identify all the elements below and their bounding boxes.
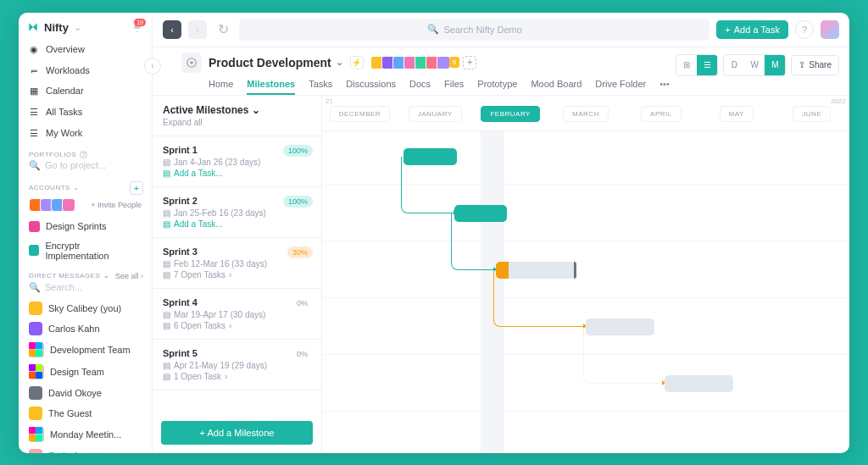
app-window: Nifty ⌄ 19 ◉Overview ⫭Workloads ▦Calenda… — [19, 13, 849, 453]
gantt-chart[interactable]: 21 2022 DECEMBER JANUARY FEBRUARY MARCH … — [322, 96, 849, 453]
add-member-button[interactable]: + — [463, 56, 476, 69]
share-button[interactable]: ⇪Share — [791, 55, 839, 75]
project-encryptr[interactable]: Encryptr Implementation — [19, 236, 152, 265]
project-color-icon — [29, 245, 39, 256]
milestones-list: Sprint 1 ▤Jan 4-Jan 26 (23 days) ▤Add a … — [153, 136, 321, 412]
chevron-down-icon: ⌄ — [336, 57, 343, 68]
accounts-section-label[interactable]: ACCOUNTS ⌄ — [29, 184, 79, 191]
milestones-panel: Active Milestones ⌄ Expand all Sprint 1 … — [153, 96, 322, 453]
tab-drive-folder[interactable]: Drive Folder — [595, 75, 646, 95]
project-title[interactable]: Product Development⌄ — [209, 56, 343, 69]
tab-discussions[interactable]: Discussions — [346, 75, 396, 95]
tab-home[interactable]: Home — [209, 75, 233, 95]
history-button[interactable]: ↻ — [214, 20, 232, 39]
view-controls: ⊞ ☰ D W M ⇪Share — [676, 54, 839, 76]
chevron-down-icon: ⌄ — [103, 272, 110, 280]
search-icon: 🔍 — [427, 24, 439, 35]
milestone-item[interactable]: Sprint 4 ▤Mar 19-Apr 17 (30 days) ▤6 Ope… — [153, 289, 321, 340]
open-tasks-link[interactable]: ▤6 Open Tasks › — [163, 321, 311, 330]
user-menu[interactable] — [821, 20, 839, 39]
tab-docs[interactable]: Docs — [409, 75, 431, 95]
add-task-link[interactable]: ▤Add a Task... — [163, 169, 311, 178]
group-avatar — [29, 427, 44, 442]
list-view-button[interactable]: ☰ — [697, 55, 717, 75]
milestone-item[interactable]: Sprint 2 ▤Jan 25-Feb 16 (23 days) ▤Add a… — [153, 187, 321, 238]
gantt-body — [322, 131, 849, 453]
nav-my-work[interactable]: ☰My Work — [19, 123, 152, 144]
tab-overflow[interactable]: ••• — [659, 75, 670, 95]
gantt-bar-sprint-5[interactable] — [665, 375, 733, 392]
chart-icon: ⫭ — [29, 65, 39, 75]
list-icon: ▤ — [163, 270, 170, 280]
workspace-switcher[interactable]: Nifty ⌄ 19 — [19, 13, 152, 39]
sidebar-collapse-toggle[interactable]: ‹ — [144, 58, 161, 75]
milestones-panel-head: Active Milestones ⌄ Expand all — [153, 96, 321, 136]
year-label: 2022 — [831, 97, 846, 105]
automation-button[interactable]: ⚡ — [350, 56, 364, 69]
add-task-link[interactable]: ▤Add a Task... — [163, 219, 311, 229]
tab-prototype[interactable]: Prototype — [477, 75, 517, 95]
month-april[interactable]: APRIL — [623, 104, 698, 122]
tab-files[interactable]: Files — [444, 75, 464, 95]
add-account-button[interactable]: + — [130, 181, 143, 195]
list-icon: ▤ — [163, 219, 170, 229]
dm-item[interactable]: The Guest — [19, 403, 152, 423]
milestone-item[interactable]: Sprint 3 ▤Feb 12-Mar 16 (33 days) ▤7 Ope… — [153, 238, 321, 289]
month-may[interactable]: MAY — [698, 104, 774, 122]
tab-milestones[interactable]: Milestones — [247, 75, 295, 95]
month-january[interactable]: JANUARY — [398, 104, 473, 122]
month-december[interactable]: DECEMBER — [322, 104, 398, 122]
see-all-link[interactable]: See all › — [115, 272, 143, 280]
invite-people-link[interactable]: + Invite People — [91, 201, 142, 209]
nav-all-tasks[interactable]: ☰All Tasks — [19, 102, 152, 123]
avatar[interactable] — [62, 198, 75, 212]
nav-workloads[interactable]: ⫭Workloads — [19, 60, 152, 80]
dm-search[interactable]: 🔍Search... — [19, 282, 152, 298]
project-color-icon — [29, 221, 40, 232]
progress-badge: 0% — [292, 348, 313, 360]
add-task-button[interactable]: +Add a Task — [716, 20, 788, 39]
milestone-item[interactable]: Sprint 1 ▤Jan 4-Jan 26 (23 days) ▤Add a … — [153, 136, 321, 187]
dm-section-label[interactable]: DIRECT MESSAGES ⌄ — [29, 272, 110, 280]
open-tasks-link[interactable]: ▤1 Open Task › — [163, 372, 311, 381]
tab-tasks[interactable]: Tasks — [309, 75, 332, 95]
nav-forward-button[interactable]: › — [188, 20, 207, 39]
help-button[interactable]: ? — [795, 20, 814, 39]
nav-overview[interactable]: ◉Overview — [19, 39, 152, 60]
workspace-name: Nifty — [44, 21, 69, 34]
project-members[interactable]: 5 + — [370, 56, 476, 69]
zoom-week[interactable]: W — [744, 55, 765, 75]
expand-all-button[interactable]: Expand all — [163, 118, 311, 127]
sidebar: Nifty ⌄ 19 ◉Overview ⫭Workloads ▦Calenda… — [19, 13, 153, 453]
month-june[interactable]: JUNE — [774, 104, 849, 122]
month-march[interactable]: MARCH — [548, 104, 624, 122]
calendar-icon: ▤ — [163, 310, 170, 319]
project-design-sprints[interactable]: Design Sprints — [19, 217, 152, 236]
go-to-project[interactable]: 🔍Go to project... — [19, 160, 152, 176]
month-february[interactable]: FEBRUARY — [473, 104, 548, 122]
avatar — [29, 386, 42, 400]
milestone-item[interactable]: Sprint 5 ▤Apr 21-May 19 (29 days) ▤1 Ope… — [153, 340, 321, 390]
dm-item[interactable]: Monday Meetin... — [19, 423, 152, 446]
dm-item[interactable]: Design Team — [19, 361, 152, 383]
zoom-day[interactable]: D — [724, 55, 744, 75]
tab-mood-board[interactable]: Mood Board — [531, 75, 581, 95]
help-icon[interactable]: ? — [80, 151, 87, 158]
nav-calendar[interactable]: ▦Calendar — [19, 80, 152, 102]
main-area: ‹ › ↻ 🔍Search Nifty Demo +Add a Task ? ‹… — [153, 13, 849, 453]
dm-item[interactable]: Emily Arnette — [19, 446, 152, 453]
open-tasks-link[interactable]: ▤7 Open Tasks › — [163, 270, 311, 280]
dm-item[interactable]: Carlos Kahn — [19, 318, 152, 339]
year-label: 21 — [326, 97, 333, 105]
add-milestone-button[interactable]: + Add a Milestone — [161, 421, 313, 445]
dm-item[interactable]: Development Team — [19, 339, 152, 361]
nav-back-button[interactable]: ‹ — [163, 20, 181, 39]
dm-item[interactable]: David Okoye — [19, 383, 152, 403]
gantt-connector — [493, 270, 583, 327]
milestones-filter[interactable]: Active Milestones ⌄ — [163, 104, 311, 116]
global-search[interactable]: 🔍Search Nifty Demo — [239, 19, 709, 41]
grid-view-button[interactable]: ⊞ — [676, 55, 697, 75]
zoom-month[interactable]: M — [765, 55, 785, 75]
dm-item[interactable]: Sky Calibey (you) — [19, 298, 152, 318]
notification-bell[interactable]: 19 — [131, 21, 143, 33]
